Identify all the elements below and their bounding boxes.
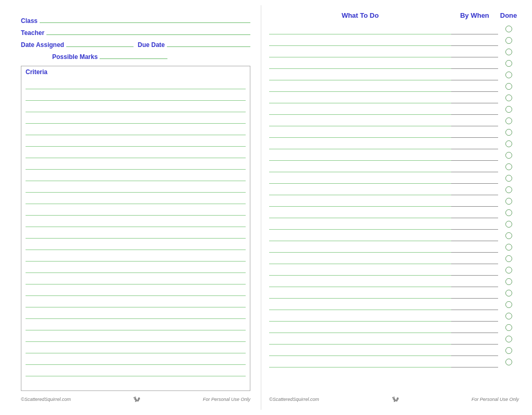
task-what-6[interactable] xyxy=(269,92,451,103)
criteria-line-0[interactable] xyxy=(26,78,246,89)
task-when-0[interactable] xyxy=(451,23,498,34)
task-done-2[interactable] xyxy=(498,46,519,57)
task-done-9[interactable] xyxy=(498,126,519,138)
criteria-line-7[interactable] xyxy=(26,158,246,170)
task-done-23[interactable] xyxy=(498,287,519,299)
criteria-line-2[interactable] xyxy=(26,101,246,112)
criteria-line-20[interactable] xyxy=(26,307,246,319)
task-what-20[interactable] xyxy=(269,253,451,264)
due-date-line[interactable] xyxy=(167,40,250,47)
criteria-line-15[interactable] xyxy=(26,250,246,262)
task-done-25[interactable] xyxy=(498,310,519,322)
task-what-15[interactable] xyxy=(269,195,451,207)
task-what-11[interactable] xyxy=(269,149,451,161)
task-when-29[interactable] xyxy=(451,356,498,367)
task-done-19[interactable] xyxy=(498,241,519,253)
criteria-line-1[interactable] xyxy=(26,89,246,101)
task-what-25[interactable] xyxy=(269,310,451,322)
done-circle-28[interactable] xyxy=(505,347,512,354)
date-assigned-line[interactable] xyxy=(66,40,134,47)
task-when-5[interactable] xyxy=(451,80,498,92)
done-circle-15[interactable] xyxy=(505,198,512,205)
task-when-23[interactable] xyxy=(451,287,498,299)
task-what-22[interactable] xyxy=(269,276,451,287)
done-circle-0[interactable] xyxy=(505,26,512,32)
criteria-line-24[interactable] xyxy=(26,353,246,365)
criteria-line-10[interactable] xyxy=(26,193,246,204)
task-when-21[interactable] xyxy=(451,264,498,276)
task-when-14[interactable] xyxy=(451,184,498,195)
task-what-21[interactable] xyxy=(269,264,451,276)
task-when-10[interactable] xyxy=(451,138,498,149)
criteria-line-23[interactable] xyxy=(26,342,246,353)
task-when-20[interactable] xyxy=(451,253,498,264)
task-when-15[interactable] xyxy=(451,195,498,207)
criteria-line-12[interactable] xyxy=(26,216,246,227)
criteria-line-17[interactable] xyxy=(26,273,246,284)
done-circle-18[interactable] xyxy=(505,232,512,239)
task-what-5[interactable] xyxy=(269,80,451,92)
possible-marks-line[interactable] xyxy=(100,52,167,59)
task-what-23[interactable] xyxy=(269,287,451,299)
criteria-line-6[interactable] xyxy=(26,147,246,158)
task-what-0[interactable] xyxy=(269,23,451,34)
task-done-0[interactable] xyxy=(498,23,519,34)
task-done-24[interactable] xyxy=(498,299,519,310)
task-when-7[interactable] xyxy=(451,103,498,115)
done-circle-14[interactable] xyxy=(505,186,512,193)
task-done-12[interactable] xyxy=(498,161,519,172)
done-circle-26[interactable] xyxy=(505,324,512,331)
task-what-27[interactable] xyxy=(269,333,451,345)
task-what-10[interactable] xyxy=(269,138,451,149)
task-done-13[interactable] xyxy=(498,172,519,184)
task-done-20[interactable] xyxy=(498,253,519,264)
task-what-12[interactable] xyxy=(269,161,451,172)
task-when-3[interactable] xyxy=(451,57,498,69)
done-circle-20[interactable] xyxy=(505,255,512,262)
task-what-7[interactable] xyxy=(269,103,451,115)
task-when-12[interactable] xyxy=(451,161,498,172)
task-when-22[interactable] xyxy=(451,276,498,287)
task-done-21[interactable] xyxy=(498,264,519,276)
task-when-24[interactable] xyxy=(451,299,498,310)
done-circle-22[interactable] xyxy=(505,278,512,285)
task-what-28[interactable] xyxy=(269,345,451,356)
task-what-4[interactable] xyxy=(269,69,451,80)
criteria-line-9[interactable] xyxy=(26,181,246,193)
task-done-1[interactable] xyxy=(498,34,519,46)
task-done-27[interactable] xyxy=(498,333,519,345)
task-what-29[interactable] xyxy=(269,356,451,367)
criteria-line-11[interactable] xyxy=(26,204,246,216)
task-what-8[interactable] xyxy=(269,115,451,126)
done-circle-7[interactable] xyxy=(505,106,512,113)
class-line[interactable] xyxy=(40,16,250,23)
task-what-24[interactable] xyxy=(269,299,451,310)
task-done-17[interactable] xyxy=(498,218,519,230)
task-what-17[interactable] xyxy=(269,218,451,230)
task-done-26[interactable] xyxy=(498,322,519,333)
task-done-8[interactable] xyxy=(498,115,519,126)
task-done-6[interactable] xyxy=(498,92,519,103)
task-what-14[interactable] xyxy=(269,184,451,195)
task-done-16[interactable] xyxy=(498,207,519,218)
task-done-4[interactable] xyxy=(498,69,519,80)
task-when-8[interactable] xyxy=(451,115,498,126)
done-circle-5[interactable] xyxy=(505,83,512,90)
task-what-26[interactable] xyxy=(269,322,451,333)
done-circle-25[interactable] xyxy=(505,313,512,319)
task-when-25[interactable] xyxy=(451,310,498,322)
done-circle-11[interactable] xyxy=(505,152,512,159)
done-circle-19[interactable] xyxy=(505,244,512,251)
task-what-16[interactable] xyxy=(269,207,451,218)
task-what-9[interactable] xyxy=(269,126,451,138)
done-circle-23[interactable] xyxy=(505,290,512,297)
task-when-16[interactable] xyxy=(451,207,498,218)
criteria-line-25[interactable] xyxy=(26,365,246,376)
criteria-line-3[interactable] xyxy=(26,112,246,124)
task-done-3[interactable] xyxy=(498,57,519,69)
criteria-line-21[interactable] xyxy=(26,319,246,330)
task-what-1[interactable] xyxy=(269,34,451,46)
task-when-17[interactable] xyxy=(451,218,498,230)
done-circle-8[interactable] xyxy=(505,117,512,124)
task-when-6[interactable] xyxy=(451,92,498,103)
